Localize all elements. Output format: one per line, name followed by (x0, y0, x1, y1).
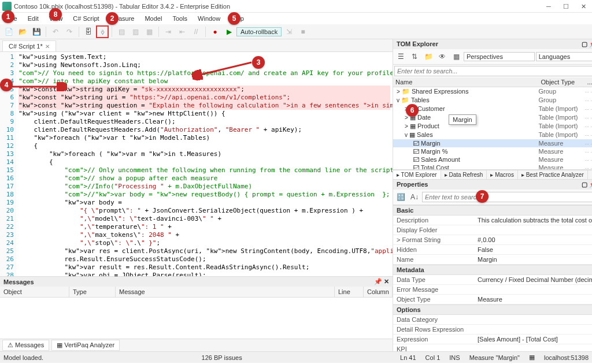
prop-row[interactable]: Data TypeCurrency / Fixed Decimal Number… (393, 275, 592, 285)
prop-row[interactable]: Object TypeMeasure (393, 295, 592, 304)
tool3-icon[interactable]: ▦ (143, 25, 156, 38)
tree-row[interactable]: v ▦ SalesTable (Import)... ... (393, 131, 592, 139)
callout-8: 8 (49, 8, 62, 21)
messages-title: Messages (3, 278, 34, 285)
app-icon (2, 2, 12, 11)
callout-3: 3 (252, 56, 265, 69)
tree-row[interactable]: > ▦ ProductTable (Import)... ... (393, 122, 592, 131)
pin-icon[interactable]: ▢ 📌 ✕ (582, 181, 592, 188)
run-icon[interactable]: ▶ (223, 25, 235, 38)
prop-row[interactable]: Detail Rows Expression (393, 325, 592, 335)
rtab-1[interactable]: ▸ Data Refresh (441, 170, 487, 179)
pin-icon[interactable]: ▢ 📌 ✕ (582, 40, 592, 48)
perspectives-combo[interactable]: Perspectives (464, 52, 535, 61)
format-icon[interactable]: ⎀ (96, 25, 109, 38)
callout-2: 2 (106, 12, 119, 25)
comment-icon[interactable]: // (190, 25, 202, 38)
tooltip: Margin (449, 114, 476, 125)
az-icon[interactable]: A↓ (408, 191, 421, 203)
prop-row[interactable]: NameMargin (393, 255, 592, 265)
properties-header: Properties ▢ 📌 ✕ (393, 180, 592, 190)
maximize-button[interactable]: ☐ (557, 0, 575, 13)
callout-1: 1 (2, 10, 14, 23)
prop-row[interactable]: Expression[Sales Amount] - [Total Cost] (393, 335, 592, 344)
svg-line-0 (194, 62, 251, 76)
menu-edit[interactable]: Edit (23, 14, 43, 23)
prop-row[interactable]: HiddenFalse (393, 245, 592, 255)
menu-cscript[interactable]: C# Script (68, 14, 103, 23)
tree-row[interactable]: > ▦ DateTable (Import)... ... (393, 113, 592, 122)
pin-icon[interactable]: 📌 ✕ (374, 278, 389, 285)
outdent-icon[interactable]: ⇤ (176, 25, 188, 38)
status-left: Model loaded. (3, 354, 43, 361)
callout-7: 7 (476, 190, 489, 203)
statusbar: Model loaded. 126 BP issues Ln 41 Col 1 … (0, 351, 592, 363)
menu-window[interactable]: Window (193, 14, 225, 23)
tree-row[interactable]: > ▦ CustomerTable (Import)... ... (393, 105, 592, 113)
columns-icon[interactable]: ▦ (450, 50, 462, 63)
filter-icon[interactable]: ☰ (394, 50, 407, 63)
tom-search-input[interactable] (394, 66, 592, 76)
tom-explorer-header: TOM Explorer ▢ 📌 ✕ (393, 39, 592, 49)
tool2-icon[interactable]: ▥ (129, 25, 142, 38)
close-icon[interactable]: ✕ (45, 43, 50, 50)
cat-icon[interactable]: 🔠 (394, 191, 407, 203)
folder-icon[interactable]: 📁 (422, 50, 435, 63)
titlebar: Contoso 10k.pbix (localhost:51398) - Tab… (0, 0, 592, 13)
db-icon[interactable]: 🗄 (82, 25, 95, 38)
tree-row[interactable]: > 📁 Shared ExpressionsGroup... ... (393, 87, 592, 96)
undo-icon[interactable]: ↶ (49, 25, 62, 38)
toolbar: 📄 📂 💾 ↶ ↷ 🗄 ⎀ ▤ ▥ ▦ ⇥ ⇤ // ● ▶ Auto-roll… (0, 24, 592, 39)
menu-model[interactable]: Model (140, 14, 166, 23)
record-icon[interactable]: ● (209, 25, 221, 38)
properties-search-input[interactable] (422, 192, 592, 202)
indent-icon[interactable]: ⇥ (162, 25, 175, 38)
status-col: Col 1 (426, 354, 441, 361)
tom-tree[interactable]: Name Object Type ... ... > 📁 Shared Expr… (393, 77, 592, 170)
save-icon[interactable]: 💾 (30, 25, 43, 38)
tree-row[interactable]: 🗠 Margin %Measure... ... (393, 147, 592, 155)
rtab-3[interactable]: ▸ Best Practice Analyzer (518, 170, 588, 179)
status-bp: 126 BP issues (53, 354, 391, 361)
new-icon[interactable]: 📄 (2, 25, 15, 38)
status-server: localhost:51398 (544, 354, 589, 361)
prop-row[interactable]: DescriptionThis calculation subtracts th… (393, 216, 592, 225)
menu-tools[interactable]: Tools (168, 14, 192, 23)
properties-grid[interactable]: BasicDescriptionThis calculation subtrac… (393, 205, 592, 351)
open-icon[interactable]: 📂 (16, 25, 29, 38)
rtab-0[interactable]: ▸ TOM Explorer (393, 170, 441, 179)
tool-icon[interactable]: ▤ (115, 25, 128, 38)
step-icon[interactable]: ⇲ (283, 25, 295, 38)
callout-5: 5 (228, 12, 240, 25)
stop-icon[interactable]: ■ (297, 25, 309, 38)
bottom-tabs: ⚠ Messages▦ VertiPaq Analyzer (0, 339, 393, 351)
tree-row[interactable]: v 📁 TablesGroup... ... (393, 96, 592, 105)
languages-combo[interactable]: Languages (536, 52, 592, 61)
prop-row[interactable]: > Format String#,0.00 (393, 235, 592, 245)
editor-tabs: C# Script 1* ✕ (0, 39, 393, 52)
tree-row[interactable]: 🗠 MarginMeasure... ... (393, 139, 592, 147)
sort-icon[interactable]: ⇅ (408, 50, 421, 63)
status-measure: Measure "Margin" (469, 354, 520, 361)
tab-script[interactable]: C# Script 1* ✕ (2, 40, 56, 51)
prop-row[interactable]: Data Category (393, 315, 592, 325)
hidden-icon[interactable]: 👁 (436, 50, 449, 63)
rtab-2[interactable]: ▸ Macros (487, 170, 518, 179)
prop-row[interactable]: Error Message (393, 285, 592, 295)
prop-row[interactable]: KPI (393, 344, 592, 351)
btab-0[interactable]: ⚠ Messages (2, 340, 49, 351)
tree-row[interactable]: 🗠 Sales AmountMeasure... ... (393, 155, 592, 164)
messages-panel: Messages 📌 ✕ ObjectTypeMessageLineColumn (0, 276, 393, 339)
status-ln: Ln 41 (400, 354, 416, 361)
menubar: FileEditViewC# ScriptMeasureModelToolsWi… (0, 13, 592, 24)
tab-label: C# Script 1* (9, 43, 43, 50)
callout-4: 4 (0, 79, 13, 91)
auto-rollback-button[interactable]: Auto-rollback (236, 27, 282, 36)
close-button[interactable]: ✕ (575, 0, 592, 13)
callout-6: 6 (406, 104, 419, 117)
prop-row[interactable]: Display Folder (393, 225, 592, 235)
minimize-button[interactable]: ─ (540, 0, 557, 13)
tree-row[interactable]: 🗠 Total CostMeasure... ... (393, 164, 592, 170)
btab-1[interactable]: ▦ VertiPaq Analyzer (51, 340, 120, 351)
redo-icon[interactable]: ↷ (63, 25, 76, 38)
